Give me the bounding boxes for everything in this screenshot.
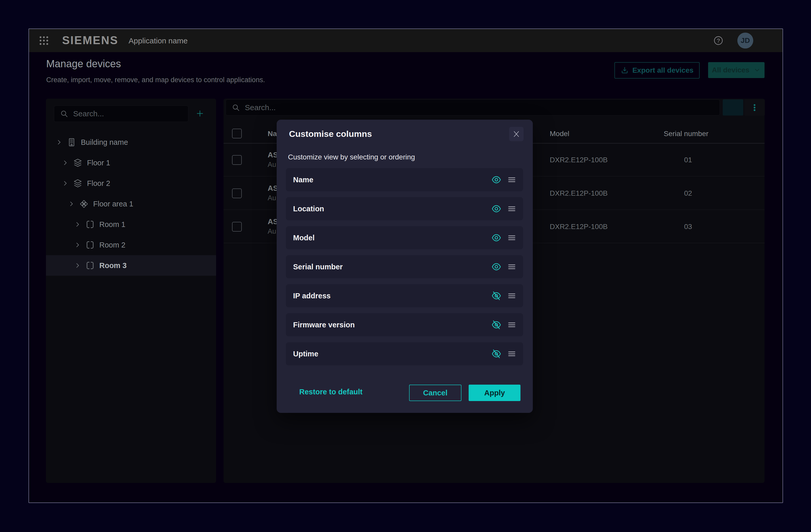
column-list: NameLocationModelSerial numberIP address… xyxy=(286,168,523,371)
drag-handle-icon[interactable] xyxy=(507,262,516,271)
tree-item-room-1[interactable]: Room 1 xyxy=(46,214,216,235)
page-title: Manage devices xyxy=(46,58,121,70)
cancel-button[interactable]: Cancel xyxy=(409,385,461,401)
drag-handle-icon[interactable] xyxy=(507,349,516,359)
chevron-right-icon[interactable] xyxy=(74,262,81,269)
chevron-right-icon[interactable] xyxy=(62,159,68,166)
visibility-on-button[interactable] xyxy=(491,262,502,272)
device-model: DXR2.E12P-100B xyxy=(550,189,608,197)
row-checkbox[interactable] xyxy=(232,155,242,165)
visibility-off-button[interactable] xyxy=(491,291,502,301)
tree-item-floor-1[interactable]: Floor 1 xyxy=(46,153,216,173)
chevron-right-icon[interactable] xyxy=(56,139,62,146)
chevron-down-icon xyxy=(753,66,761,74)
chevron-right-icon[interactable] xyxy=(74,221,81,228)
tree-item-room-3[interactable]: Room 3 xyxy=(46,255,216,276)
floor-icon xyxy=(73,179,82,188)
chevron-right-icon[interactable] xyxy=(68,200,75,207)
column-label: IP address xyxy=(293,292,331,300)
tree-item-label: Room 1 xyxy=(99,220,125,229)
export-all-devices-label: Export all devices xyxy=(632,66,693,74)
chevron-right-icon[interactable] xyxy=(74,242,81,248)
room-icon xyxy=(86,261,95,270)
column-label: Location xyxy=(293,204,324,213)
tree-item-label: Floor area 1 xyxy=(93,200,133,208)
all-devices-label: All devices xyxy=(712,66,749,74)
visibility-off-button[interactable] xyxy=(491,320,502,330)
column-label: Name xyxy=(293,176,313,184)
kebab-menu-button[interactable] xyxy=(744,100,765,116)
tree-item-floor-area-1[interactable]: Floor area 1 xyxy=(46,194,216,214)
table-view-toggle-button[interactable] xyxy=(723,100,743,116)
column-header-model[interactable]: Model xyxy=(550,130,569,138)
drag-handle-icon[interactable] xyxy=(507,291,516,300)
kebab-icon xyxy=(750,103,759,112)
floor-icon xyxy=(73,158,82,167)
column-item-location[interactable]: Location xyxy=(286,197,523,220)
tree-item-label: Room 2 xyxy=(99,241,125,249)
drag-handle-icon[interactable] xyxy=(507,175,516,184)
device-search-input[interactable] xyxy=(244,103,720,112)
row-checkbox[interactable] xyxy=(232,188,242,198)
location-tree-panel: Building nameFloor 1Floor 2Floor area 1R… xyxy=(46,98,216,483)
tree-item-label: Floor 2 xyxy=(87,179,110,188)
column-label: Serial number xyxy=(293,263,342,271)
close-button[interactable] xyxy=(509,127,523,141)
row-checkbox[interactable] xyxy=(232,222,242,232)
top-bar: SIEMENS Application name ? JD xyxy=(29,29,782,52)
column-label: Uptime xyxy=(293,350,318,358)
tree-item-label: Room 3 xyxy=(99,261,126,270)
location-tree: Building nameFloor 1Floor 2Floor area 1R… xyxy=(46,132,216,276)
column-item-model[interactable]: Model xyxy=(286,226,523,249)
drag-handle-icon[interactable] xyxy=(507,320,516,330)
svg-text:?: ? xyxy=(717,37,720,44)
device-serial: 01 xyxy=(664,156,713,164)
device-serial: 02 xyxy=(664,189,713,197)
column-header-serial[interactable]: Serial number xyxy=(664,130,713,138)
search-icon xyxy=(231,103,240,112)
tree-search[interactable] xyxy=(54,106,188,122)
dialog-subtitle: Customize view by selecting or ordering xyxy=(288,153,415,161)
tree-item-room-2[interactable]: Room 2 xyxy=(46,235,216,255)
restore-to-default-button[interactable]: Restore to default xyxy=(298,387,364,396)
chevron-right-icon[interactable] xyxy=(62,180,68,187)
tree-item-building-name[interactable]: Building name xyxy=(46,132,216,153)
drag-handle-icon[interactable] xyxy=(507,204,516,213)
all-devices-dropdown[interactable]: All devices xyxy=(708,62,765,78)
room-icon xyxy=(86,240,95,249)
tree-item-label: Floor 1 xyxy=(87,159,110,167)
building-icon xyxy=(67,138,76,147)
download-icon xyxy=(621,66,629,74)
help-icon[interactable]: ? xyxy=(713,35,723,46)
select-all-checkbox[interactable] xyxy=(232,128,242,138)
siemens-logo: SIEMENS xyxy=(62,34,118,47)
column-item-ip-address[interactable]: IP address xyxy=(286,284,523,307)
app-launcher-icon[interactable] xyxy=(39,35,49,46)
column-item-name[interactable]: Name xyxy=(286,168,523,191)
page-subtitle: Create, import, move, remove, and map de… xyxy=(46,76,265,84)
export-all-devices-button[interactable]: Export all devices xyxy=(614,62,700,79)
search-icon xyxy=(60,109,68,118)
visibility-on-button[interactable] xyxy=(491,233,502,243)
tree-item-floor-2[interactable]: Floor 2 xyxy=(46,173,216,194)
dialog-title: Customise columns xyxy=(289,129,372,139)
drag-handle-icon[interactable] xyxy=(507,233,516,242)
visibility-on-button[interactable] xyxy=(491,174,502,185)
add-node-button[interactable] xyxy=(194,108,205,119)
column-item-firmware-version[interactable]: Firmware version xyxy=(286,313,523,336)
floor-area-icon xyxy=(79,199,89,209)
visibility-off-button[interactable] xyxy=(491,349,502,359)
device-model: DXR2.E12P-100B xyxy=(550,223,608,231)
tree-item-label: Building name xyxy=(81,138,128,147)
close-icon xyxy=(512,130,520,138)
column-item-serial-number[interactable]: Serial number xyxy=(286,255,523,278)
device-search[interactable] xyxy=(226,100,720,116)
visibility-on-button[interactable] xyxy=(491,203,502,214)
device-serial: 03 xyxy=(664,223,713,231)
tree-search-input[interactable] xyxy=(73,109,188,118)
column-item-uptime[interactable]: Uptime xyxy=(286,342,523,365)
application-name: Application name xyxy=(128,36,188,45)
column-label: Firmware version xyxy=(293,321,355,329)
user-avatar[interactable]: JD xyxy=(737,33,753,48)
apply-button[interactable]: Apply xyxy=(469,385,520,401)
